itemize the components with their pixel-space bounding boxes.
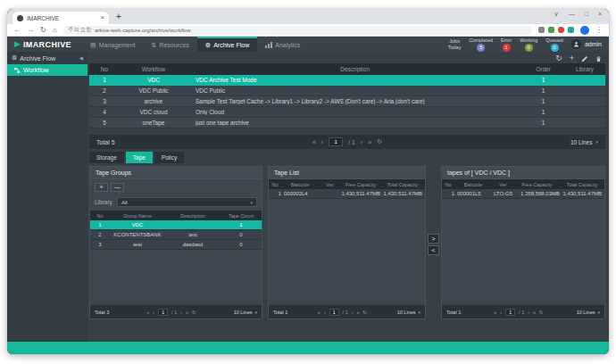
minimize-button[interactable]: — <box>569 11 575 18</box>
address-bar[interactable]: 주의 요함 arkive-web-capture.org/archive/wor… <box>63 26 532 35</box>
refresh-icon[interactable]: ↻ <box>377 138 382 145</box>
prev-page-icon[interactable]: ‹ <box>500 310 502 315</box>
chevron-down-icon: ▾ <box>595 139 598 145</box>
add-icon[interactable]: + <box>570 54 574 62</box>
panel-title: Tape List <box>269 167 425 179</box>
nav-management[interactable]: ▤ Management <box>82 37 143 52</box>
refresh-icon[interactable]: ↻ <box>555 54 562 62</box>
edit-icon[interactable] <box>581 55 588 62</box>
table-row[interactable]: 2 VDC Public VDC Public 1 <box>89 86 605 96</box>
app-header: ▶ IMARCHIVE ▤ Management ⇅ Resources ⚙ A… <box>7 37 609 52</box>
nav-analytics[interactable]: Analytics <box>257 37 308 52</box>
tab-tape[interactable]: Tape <box>126 152 153 163</box>
extension-icon[interactable] <box>548 27 554 33</box>
reload-icon[interactable]: ↻ <box>40 27 46 34</box>
next-page-icon[interactable]: › <box>528 310 529 315</box>
table-row[interactable]: 4 VDC cloud Only Cloud 1 <box>89 107 605 118</box>
workflow-pagination: Total 5 « ‹ / 1 › » ↻ 10 Lines ▾ <box>89 135 605 149</box>
nav-resources[interactable]: ⇅ Resources <box>144 37 197 52</box>
extension-icon[interactable] <box>558 27 564 33</box>
home-icon[interactable]: ⌂ <box>53 27 57 34</box>
browser-profile-avatar[interactable] <box>580 26 589 35</box>
last-page-icon[interactable]: » <box>368 139 371 145</box>
browser-toolbar: ← → ↻ ⌂ 주의 요함 arkive-web-capture.org/arc… <box>7 24 609 37</box>
refresh-icon[interactable]: ↻ <box>539 310 544 315</box>
library-select[interactable]: All ▾ <box>117 197 257 207</box>
page-count-label: / 1 <box>519 310 524 315</box>
next-page-icon[interactable]: › <box>361 139 362 145</box>
page-input[interactable] <box>329 309 339 316</box>
first-page-icon[interactable]: « <box>318 310 320 315</box>
page-input[interactable] <box>329 137 343 146</box>
queued-badge: 0 <box>551 44 559 52</box>
browser-menu-icon[interactable]: ⋮ <box>595 26 603 34</box>
forward-icon[interactable]: → <box>27 27 34 34</box>
browser-tab[interactable]: IMARCHIVE × <box>12 12 109 24</box>
table-row[interactable]: 3 archive Sample Test Target Cache -> Li… <box>89 96 605 107</box>
tab-policy[interactable]: Policy <box>154 152 184 163</box>
security-warning-label[interactable]: 주의 요함 <box>69 26 92 34</box>
lines-select[interactable]: 10 Lines ▾ <box>570 139 598 145</box>
next-page-icon[interactable]: › <box>180 310 182 315</box>
window-close-button[interactable]: × <box>598 11 602 18</box>
move-right-button[interactable]: > <box>428 234 439 244</box>
prev-page-icon[interactable]: ‹ <box>321 139 323 145</box>
next-page-icon[interactable]: › <box>352 310 354 315</box>
table-row[interactable]: 3 test dasdasd 0 <box>90 240 262 250</box>
cell-description: dasdasd <box>165 242 221 247</box>
sidebar: ⚙ Archive Flow ◀ Workflow <box>7 52 87 342</box>
last-page-icon[interactable]: » <box>357 310 360 315</box>
cell-workflow: VDC cloud <box>120 109 187 115</box>
lines-select[interactable]: 10 Lines ▾ <box>234 310 257 315</box>
management-icon: ▤ <box>90 42 96 48</box>
table-row[interactable]: 1 VDC VDC Archive Test Mode 1 <box>89 75 605 86</box>
lines-select[interactable]: 10 Lines ▾ <box>577 310 600 315</box>
first-page-icon[interactable]: « <box>494 310 496 315</box>
back-icon[interactable]: ← <box>13 27 21 34</box>
sidebar-collapse-icon[interactable]: ◀ <box>79 55 83 61</box>
refresh-icon[interactable]: ↻ <box>363 310 368 315</box>
url-text[interactable]: arkive-web-capture.org/archive/workflow <box>95 28 190 33</box>
tab-search-icon[interactable]: ∨ <box>554 11 559 18</box>
tab-storage[interactable]: Storage <box>89 152 124 163</box>
table-row[interactable]: 1 000002L4 1,430,511.47MB 1,430,511.47MB <box>269 189 425 199</box>
last-page-icon[interactable]: » <box>186 310 188 315</box>
lines-select[interactable]: 10 Lines ▾ <box>397 310 420 315</box>
total-label: Total 5 <box>96 139 115 145</box>
chevron-down-icon: ▾ <box>254 310 257 315</box>
sidebar-header[interactable]: ⚙ Archive Flow ◀ <box>7 52 87 64</box>
extension-icon[interactable] <box>568 27 574 33</box>
page-input[interactable] <box>158 309 168 316</box>
first-page-icon[interactable]: « <box>146 310 149 315</box>
table-row[interactable]: 5 oneTape just one tape archive 1 <box>89 118 605 128</box>
prev-page-icon[interactable]: ‹ <box>153 310 154 315</box>
table-row[interactable]: 2 KCONTENTSBANK test 0 <box>90 230 262 240</box>
add-group-button[interactable]: + <box>95 183 108 192</box>
nav-archive-flow[interactable]: ⚙ Archive Flow <box>197 37 257 52</box>
group-tapes-pagination: Total 1 « ‹ / 1 › » ↻ 10 Lines ▾ <box>442 305 604 318</box>
prev-page-icon[interactable]: ‹ <box>324 310 326 315</box>
page-input[interactable] <box>505 309 515 316</box>
table-row[interactable]: 1 VDC 1 <box>90 220 262 230</box>
move-left-button[interactable]: < <box>428 245 439 255</box>
sidebar-item-workflow[interactable]: Workflow <box>7 64 87 76</box>
main-content: ↻ + No Workflow Description Order Librar… <box>87 52 609 342</box>
user-menu[interactable]: admin <box>571 39 602 49</box>
cell-no: 1 <box>269 191 281 196</box>
maximize-button[interactable]: □ <box>585 11 588 18</box>
new-tab-button[interactable]: + <box>116 12 121 21</box>
delete-icon[interactable] <box>595 55 602 62</box>
favicon-icon <box>17 15 23 21</box>
cell-group-name: test <box>110 242 165 247</box>
cell-workflow: archive <box>120 98 187 104</box>
first-page-icon[interactable]: « <box>312 139 316 145</box>
tab-close-icon[interactable]: × <box>100 14 104 21</box>
stat-label: Completed <box>469 37 493 43</box>
extension-icon[interactable] <box>538 27 545 33</box>
last-page-icon[interactable]: » <box>533 310 536 315</box>
group-tapes-panel: tapes of [ VDC / VDC ] No Barcode Ver Fr… <box>441 166 605 319</box>
refresh-icon[interactable]: ↻ <box>192 310 196 315</box>
remove-group-button[interactable]: — <box>111 183 124 192</box>
table-row[interactable]: 1 000001L5 LTO-G5 1,358,568.03MB 1,430,5… <box>442 189 604 199</box>
cell-total-capacity: 1,430,511.47MB <box>560 191 604 196</box>
